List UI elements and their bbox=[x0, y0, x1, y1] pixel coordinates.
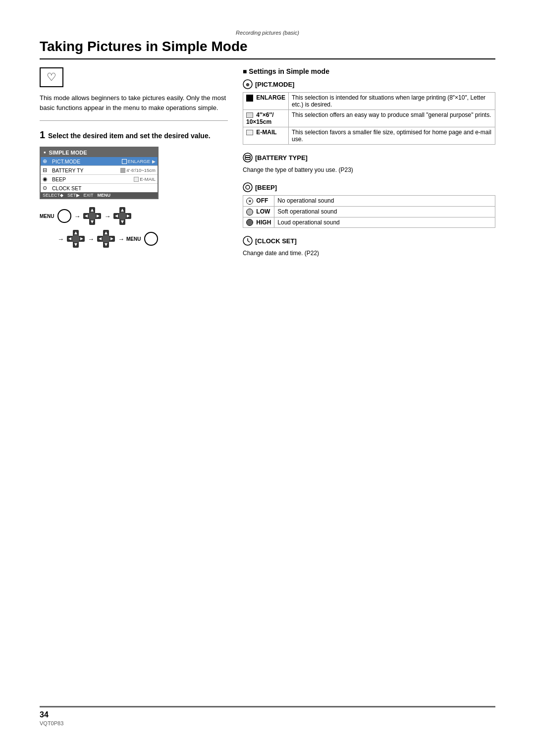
intro-text: This mode allows beginners to take pictu… bbox=[40, 93, 228, 112]
clock-set-desc: Change date and time. (P22) bbox=[243, 249, 495, 258]
select-label: SELECT◆ bbox=[43, 193, 63, 198]
step-instruction: 1 Select the desired item and set the de… bbox=[40, 128, 228, 142]
nav-row-2: → → bbox=[57, 229, 228, 249]
arrow-1: → bbox=[74, 213, 80, 220]
battery-value: 4'·6'/10~15cm bbox=[120, 167, 156, 173]
clock-set-section: [CLOCK SET] Change date and time. (P22) bbox=[243, 236, 495, 258]
46-desc: This selection offers an easy way to pro… bbox=[289, 110, 495, 127]
beep-table: ✕ OFF No operational sound LOW Soft oper… bbox=[243, 195, 495, 228]
menu-title-text: SIMPLE MODE bbox=[49, 150, 87, 156]
svg-point-17 bbox=[72, 235, 80, 243]
svg-point-24 bbox=[102, 235, 110, 243]
battery-type-icon bbox=[243, 153, 253, 162]
menu-label-2: MENU bbox=[126, 236, 141, 242]
nav-diagram: MENU → → bbox=[40, 206, 228, 249]
beep-row-high: HIGH Loud operational sound bbox=[243, 217, 495, 228]
enlarge-desc: This selection is intended for situation… bbox=[289, 93, 495, 110]
svg-point-10 bbox=[118, 212, 126, 220]
beep-row-off: ✕ OFF No operational sound bbox=[243, 196, 495, 207]
enlarge-icon bbox=[246, 95, 253, 102]
settings-header-text: ■ Settings in Simple mode bbox=[243, 67, 329, 75]
arrow-3: → bbox=[57, 235, 64, 243]
email-desc: This selection favors a smaller file siz… bbox=[289, 127, 495, 145]
step-number: 1 bbox=[40, 129, 45, 140]
battery-type-label: [BATTERY TYPE] bbox=[255, 154, 308, 162]
menu-title-icon: ▪ bbox=[44, 149, 46, 156]
photo46-icon bbox=[246, 112, 253, 118]
right-column: ■ Settings in Simple mode ⊕ [PICT.MODE] bbox=[243, 67, 495, 266]
heart-icon: ♡ bbox=[47, 71, 56, 84]
battery-type-title: [BATTERY TYPE] bbox=[243, 153, 495, 162]
email-icon-cell: E-MAIL bbox=[243, 127, 289, 145]
svg-point-0 bbox=[58, 210, 71, 222]
divider bbox=[40, 120, 228, 121]
clock-set-label: [CLOCK SET] bbox=[255, 237, 297, 245]
settings-header: ■ Settings in Simple mode bbox=[243, 67, 495, 75]
menu-row-pict[interactable]: ⊕ PICT.MODE ENLARGE ▶ bbox=[41, 157, 158, 166]
breadcrumb: Recording pictures (basic) bbox=[40, 30, 495, 36]
beep-row-low: LOW Soft operational sound bbox=[243, 206, 495, 217]
set-label: SET▶ bbox=[67, 193, 80, 198]
svg-text:⊕: ⊕ bbox=[246, 82, 250, 87]
svg-point-35 bbox=[243, 183, 252, 192]
clock-menu-icon: ⊙ bbox=[43, 185, 51, 191]
battery-type-section: [BATTERY TYPE] Change the type of batter… bbox=[243, 153, 495, 174]
menu-button-icon bbox=[57, 209, 72, 223]
pict-row-email: E-MAIL This selection favors a smaller f… bbox=[243, 127, 495, 145]
camera-icon-box: ♡ bbox=[40, 67, 63, 87]
menu-title: ▪ SIMPLE MODE bbox=[41, 148, 158, 157]
arrow-right-icon: ▶ bbox=[152, 159, 156, 164]
beep-off-cell: ✕ OFF bbox=[243, 196, 274, 207]
menu-label: MENU bbox=[98, 193, 111, 198]
arrow-4: → bbox=[88, 235, 94, 243]
simple-mode-menu: ▪ SIMPLE MODE ⊕ PICT.MODE ENLARGE ▶ ⊟ bbox=[40, 147, 159, 199]
beep-off-icon: ✕ bbox=[246, 198, 253, 205]
left-column: ♡ This mode allows beginners to take pic… bbox=[40, 67, 228, 266]
battery-menu-icon: ⊟ bbox=[43, 167, 51, 173]
beep-low-desc: Soft operational sound bbox=[274, 206, 495, 217]
menu-label-1: MENU bbox=[40, 214, 54, 219]
pict-mode-icon: ⊕ bbox=[43, 158, 51, 164]
menu-row-beep[interactable]: ◉ BEEP E-MAIL bbox=[41, 175, 158, 184]
page-container: Recording pictures (basic) Taking Pictur… bbox=[0, 0, 535, 756]
beep-low-cell: LOW bbox=[243, 206, 274, 217]
beep-off-desc: No operational sound bbox=[274, 196, 495, 207]
nav-row-1: MENU → → bbox=[40, 206, 228, 226]
menu-bottom-bar: SELECT◆ SET▶ EXIT MENU bbox=[41, 192, 158, 198]
pict-mode-section-label: [PICT.MODE] bbox=[255, 81, 294, 88]
beep-section: [BEEP] ✕ OFF No operational sound LOW bbox=[243, 182, 495, 228]
pict-row-enlarge: ENLARGE This selection is intended for s… bbox=[243, 93, 495, 110]
clock-label: CLOCK SET bbox=[52, 185, 154, 191]
beep-high-icon bbox=[246, 219, 253, 226]
dpad-icon-1 bbox=[82, 206, 102, 226]
dpad-icon-3 bbox=[66, 229, 86, 249]
beep-icon bbox=[243, 182, 253, 192]
exit-label: EXIT bbox=[84, 193, 94, 198]
page-footer: 34 VQT0P83 bbox=[40, 706, 495, 726]
arrow-5: → bbox=[118, 235, 124, 243]
beep-value: E-MAIL bbox=[134, 176, 156, 182]
menu-row-clock[interactable]: ⊙ CLOCK SET bbox=[41, 184, 158, 192]
beep-high-desc: Loud operational sound bbox=[274, 217, 495, 228]
dpad-icon-2 bbox=[112, 206, 132, 226]
page-title: Taking Pictures in Simple Mode bbox=[40, 39, 495, 59]
menu-row-battery[interactable]: ⊟ BATTERY TY 4'·6'/10~15cm bbox=[41, 166, 158, 175]
email-icon bbox=[246, 130, 253, 135]
battery-type-desc: Change the type of battery you use. (P23… bbox=[243, 165, 495, 174]
beep-section-label: [BEEP] bbox=[255, 184, 277, 191]
arrow-2: → bbox=[104, 213, 110, 220]
content-area: ♡ This mode allows beginners to take pic… bbox=[40, 67, 495, 266]
pict-mode-label: PICT.MODE bbox=[52, 159, 120, 164]
menu-button-icon-2 bbox=[144, 231, 159, 246]
enlarge-icon-cell: ENLARGE bbox=[243, 93, 289, 110]
model-number: VQT0P83 bbox=[40, 720, 495, 726]
dpad-icon-4 bbox=[96, 229, 116, 249]
svg-point-29 bbox=[145, 232, 158, 245]
clock-set-title: [CLOCK SET] bbox=[243, 236, 495, 246]
pict-mode-table: ENLARGE This selection is intended for s… bbox=[243, 92, 495, 145]
beep-label: BEEP bbox=[52, 176, 132, 182]
beep-high-cell: HIGH bbox=[243, 217, 274, 228]
page-number: 34 bbox=[40, 710, 495, 719]
beep-title: [BEEP] bbox=[243, 182, 495, 192]
pict-mode-section: ⊕ [PICT.MODE] ENLARGE This selection is … bbox=[243, 79, 495, 145]
